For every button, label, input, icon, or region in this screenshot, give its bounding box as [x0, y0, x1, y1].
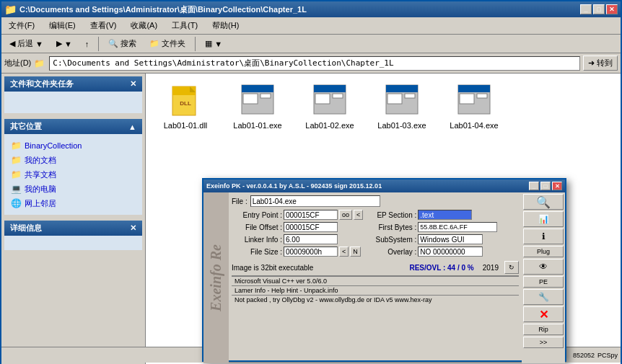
- search-button[interactable]: 🔍 搜索: [103, 36, 141, 51]
- file-row: File : document.addEventListener('DOMCon…: [232, 195, 519, 207]
- tasks-section: 文件和文件夹任务 ✕: [4, 76, 142, 113]
- exeinfo-close[interactable]: ✕: [552, 182, 562, 190]
- separator-1: [98, 37, 99, 51]
- pe-btn[interactable]: PE: [523, 276, 564, 288]
- menu-help[interactable]: 帮助(H): [208, 19, 243, 32]
- linker-row: Linker Info : 6.00: [232, 234, 363, 244]
- n-button[interactable]: N: [350, 247, 361, 257]
- go-button[interactable]: ➜ 转到: [583, 56, 618, 71]
- address-label: 地址(D): [4, 58, 31, 68]
- svg-rect-13: [386, 85, 418, 92]
- explorer-title: C:\Documents and Settings\Administrator\…: [19, 4, 307, 15]
- file-item-exe2[interactable]: Lab01-02.exe: [297, 81, 362, 133]
- up-button[interactable]: ↑: [80, 37, 95, 50]
- file-name-exe2: Lab01-02.exe: [305, 121, 354, 130]
- file-name-exe4: Lab01-04.exe: [450, 121, 498, 130]
- link-shared-docs[interactable]: 📁 共享文档: [10, 167, 136, 182]
- close-button[interactable]: ✕: [606, 4, 618, 14]
- svg-rect-14: [387, 94, 402, 104]
- menu-file[interactable]: 文件(F): [4, 19, 39, 32]
- right-fields: EP Section : .text First Bytes : 55.8B.E…: [366, 210, 497, 259]
- link-binary-collection[interactable]: 📁 BinaryCollection: [10, 138, 136, 153]
- wrench-right-btn[interactable]: 🔧: [523, 289, 564, 305]
- folder-icon-3: 📁: [10, 169, 22, 180]
- file-item-exe3[interactable]: Lab01-03.exe: [369, 81, 434, 133]
- exeinfo-minimize[interactable]: _: [529, 182, 539, 190]
- minimize-button[interactable]: _: [580, 4, 592, 14]
- view-dropdown-icon: ▼: [214, 40, 222, 48]
- svg-rect-10: [315, 94, 330, 104]
- address-input[interactable]: [49, 56, 580, 71]
- details-collapse-icon: ✕: [130, 223, 136, 233]
- file-item-dll[interactable]: DLL Lab01-01.dll: [153, 81, 218, 133]
- lt-button[interactable]: <: [354, 210, 363, 220]
- tasks-header[interactable]: 文件和文件夹任务 ✕: [4, 76, 142, 92]
- explorer-window: 📁 C:\Documents and Settings\Administrato…: [0, 0, 622, 364]
- file-input[interactable]: [250, 195, 380, 207]
- search-right-btn[interactable]: 🔍: [523, 194, 564, 210]
- forward-dropdown-icon: ▼: [64, 40, 72, 48]
- tasks-collapse-icon: ✕: [130, 79, 136, 89]
- go-arrow-icon: ➜: [588, 58, 595, 67]
- network-icon: 🌐: [10, 197, 22, 209]
- folders-button[interactable]: 📁 文件夹: [144, 36, 190, 51]
- eye-right-btn[interactable]: 👁: [523, 259, 564, 275]
- linker-label: Linker Info :: [232, 236, 282, 244]
- maximize-button[interactable]: □: [593, 4, 605, 14]
- menu-favorites[interactable]: 收藏(A): [126, 19, 162, 32]
- exeinfo-fields: File : document.addEventListener('DOMCon…: [229, 192, 522, 363]
- file-item-exe4[interactable]: Lab01-04.exe: [442, 81, 507, 133]
- plug-btn[interactable]: Plug: [523, 246, 564, 257]
- separator-2: [195, 37, 196, 51]
- view-button[interactable]: ▦ ▼: [200, 37, 227, 50]
- up-icon: ↑: [85, 40, 89, 48]
- file-item-exe1[interactable]: Lab01-01.exe: [225, 81, 290, 133]
- exeinfo-content: Exeinfo Re File : document.addEventListe…: [203, 192, 565, 363]
- exeinfo-watermark-text: Exeinfo Re: [208, 244, 224, 311]
- forward-button[interactable]: ▶ ▼: [51, 37, 77, 50]
- info-right-btn[interactable]: ℹ: [523, 228, 564, 244]
- overlay-label: Overlay :: [366, 248, 416, 256]
- menu-tools[interactable]: 工具(T): [167, 19, 202, 32]
- view-icon: ▦: [205, 39, 212, 48]
- other-places-header[interactable]: 其它位置 ▲: [4, 119, 142, 134]
- rip-btn[interactable]: Rip: [523, 324, 564, 335]
- svg-rect-18: [460, 94, 474, 104]
- ep-section-label: EP Section :: [366, 211, 416, 219]
- exeinfo-dialog: Exeinfo PK - ver.0.0.4.1 by A.S.L - 9024…: [202, 178, 566, 362]
- refresh-button[interactable]: ↻: [504, 261, 519, 274]
- left-panel: 文件和文件夹任务 ✕ 其它位置 ▲ 📁 BinaryCollection: [1, 74, 146, 364]
- oo-button[interactable]: oo: [339, 210, 352, 220]
- forward-icon: ▶: [56, 39, 62, 48]
- first-bytes-value: 55.8B.EC.6A.FF: [418, 222, 497, 232]
- linker-value: 6.00: [284, 234, 338, 244]
- subsystem-label: SubSystem :: [366, 236, 416, 244]
- folder-small-icon: 📁: [34, 58, 45, 68]
- chart-right-btn[interactable]: 📊: [523, 211, 564, 227]
- exeinfo-maximize[interactable]: □: [540, 182, 551, 190]
- file-name-exe1: Lab01-01.exe: [233, 121, 281, 130]
- chevron-btn[interactable]: >>: [523, 337, 564, 348]
- file-name-exe3: Lab01-03.exe: [377, 121, 426, 130]
- back-dropdown-icon: ▼: [35, 40, 43, 48]
- back-button[interactable]: ◀ 后退 ▼: [4, 36, 48, 51]
- exeinfo-right-panel: 🔍 📊 ℹ Plug 👁 PE 🔧 ✕ Rip >>: [522, 192, 565, 363]
- menu-view[interactable]: 查看(V): [86, 19, 121, 32]
- toolbar: ◀ 后退 ▼ ▶ ▼ ↑ 🔍 搜索 📁 文件夹 ▦ ▼: [1, 35, 621, 53]
- status-line-2: Lamer Info - Help Hint - Unpack.info: [232, 285, 519, 295]
- file-size-label: File Size :: [232, 248, 282, 256]
- overlay-value: NO 00000000: [418, 247, 483, 257]
- link-network[interactable]: 🌐 网上邻居: [10, 196, 136, 210]
- status-line-3: Not packed , try OllyDbg v2 - www.ollydb…: [232, 295, 519, 304]
- x-right-btn[interactable]: ✕: [523, 306, 564, 322]
- lt-button2[interactable]: <: [339, 247, 349, 257]
- tasks-content: [4, 92, 142, 113]
- subsystem-value: Windows GUI: [418, 234, 483, 244]
- link-my-computer[interactable]: 💻 我的电脑: [10, 182, 136, 196]
- menu-edit[interactable]: 编辑(E): [45, 19, 80, 32]
- link-my-documents[interactable]: 📁 我的文档: [10, 153, 136, 167]
- exeinfo-titlebar: Exeinfo PK - ver.0.0.4.1 by A.S.L - 9024…: [203, 179, 565, 192]
- other-places-content: 📁 BinaryCollection 📁 我的文档 📁 共享文档 💻 我的电脑: [4, 134, 142, 215]
- other-places-collapse-icon: ▲: [128, 123, 136, 131]
- details-header[interactable]: 详细信息 ✕: [4, 221, 142, 236]
